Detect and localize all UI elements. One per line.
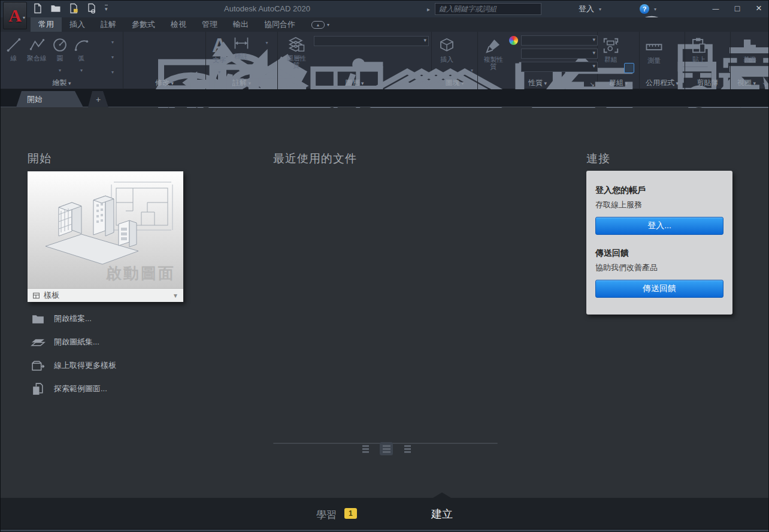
layer-make-current-icon[interactable] [375, 53, 385, 63]
close-button[interactable] [753, 3, 765, 14]
layer-unisolate-icon[interactable] [332, 66, 342, 76]
utilities-panel-label[interactable]: 公用程式 [640, 78, 685, 88]
qat-customize-dropdown-icon[interactable] [105, 5, 108, 12]
help-caret-icon[interactable] [654, 7, 656, 12]
rectangle-tool[interactable] [101, 35, 114, 46]
fillet-icon[interactable] [169, 52, 180, 62]
base-view-button[interactable]: 基準 [739, 37, 761, 64]
block-panel-label[interactable]: 圖塊 [432, 78, 477, 88]
erase-icon[interactable] [187, 38, 198, 48]
explore-sample-drawings-link[interactable]: 探索範例圖面... [31, 382, 116, 396]
layer-lock-icon[interactable] [361, 53, 371, 63]
publish-cloud-button[interactable] [311, 17, 329, 32]
plot-icon[interactable] [86, 2, 98, 14]
create-block-icon[interactable] [462, 36, 472, 46]
quick-calc-icon[interactable] [670, 63, 680, 73]
scale-icon[interactable] [152, 66, 162, 77]
linetype-combobox[interactable] [521, 62, 598, 72]
groups-panel-label[interactable]: 群組 [598, 78, 639, 88]
send-feedback-button[interactable]: 傳送回饋 [595, 280, 723, 298]
new-file-icon[interactable] [32, 2, 44, 14]
ribbon-tab-home[interactable]: 常用 [31, 17, 62, 32]
layer-on-icon[interactable] [317, 66, 328, 76]
minimize-button[interactable] [710, 3, 722, 14]
array-icon[interactable] [169, 66, 180, 77]
stretch-icon[interactable] [134, 66, 144, 77]
trim-icon[interactable] [169, 38, 180, 48]
polyline-tool[interactable]: 聚合線 [27, 37, 47, 74]
templates-dropdown[interactable]: 樣板 [28, 288, 183, 302]
table-icon[interactable] [257, 50, 267, 61]
insert-block-button[interactable]: 插入 [437, 37, 457, 64]
layer-match-icon[interactable] [375, 66, 385, 76]
copy-clip-icon[interactable] [714, 50, 724, 60]
properties-dialog-launcher-icon[interactable] [590, 81, 595, 87]
ribbon-tab-collaborate[interactable]: 協同合作 [256, 17, 303, 32]
layer-off-icon[interactable] [317, 53, 328, 63]
draw-panel-label[interactable]: 繪製 [1, 78, 123, 88]
open-file-icon[interactable] [50, 2, 62, 14]
ellipse-tool[interactable] [101, 50, 114, 61]
layer-isolate-icon[interactable] [332, 53, 342, 63]
move-icon[interactable] [134, 38, 144, 48]
create-tab[interactable]: 建立 [431, 507, 453, 521]
paste-button[interactable]: 貼上 [689, 37, 709, 64]
cut-icon[interactable] [714, 36, 724, 46]
group-edit-icon[interactable] [624, 49, 634, 59]
user-icon[interactable] [562, 4, 573, 14]
layers-panel-label[interactable]: 圖層 [278, 78, 431, 88]
new-drawing-tab-button[interactable]: + [88, 91, 108, 107]
rotate-icon[interactable] [152, 38, 162, 48]
explode-icon[interactable] [187, 52, 198, 62]
sign-in-button[interactable]: 登入... [595, 217, 723, 235]
sign-in-caret-icon[interactable] [599, 7, 601, 12]
circle-tool[interactable]: 圓 [52, 37, 68, 74]
layer-thaw-icon[interactable] [346, 66, 356, 76]
view-dialog-launcher-icon[interactable] [762, 81, 767, 87]
properties-panel-label[interactable]: 性質 [478, 78, 597, 88]
start-drawing-card[interactable]: 啟動圖面 樣板 [28, 171, 183, 302]
open-sheet-set-link[interactable]: 開啟圖紙集... [31, 335, 116, 349]
layer-unlock-icon[interactable] [361, 66, 371, 76]
measure-button[interactable]: 測量 [643, 38, 665, 65]
group-button[interactable]: 群組 [600, 37, 622, 63]
arc-tool[interactable]: 弧 [73, 37, 90, 74]
dimension-tool[interactable]: 標註 [233, 35, 250, 76]
text-tool[interactable]: A文字 [212, 35, 227, 76]
ribbon-tab-insert[interactable]: 插入 [62, 17, 93, 32]
application-menu-button[interactable]: A [3, 2, 27, 29]
layer-properties-button[interactable]: 圖層性質 [284, 35, 309, 69]
line-tool[interactable]: 線 [5, 37, 22, 74]
view-panel-label[interactable]: 視圖 [731, 78, 762, 88]
get-more-templates-link[interactable]: 線上取得更多樣板 [31, 358, 116, 373]
mirror-icon[interactable] [152, 52, 162, 62]
layer-select-combobox[interactable] [314, 36, 429, 46]
ribbon-tab-manage[interactable]: 管理 [194, 17, 225, 32]
lineweight-combobox[interactable] [521, 49, 598, 59]
open-files-link[interactable]: 開啟檔案... [31, 312, 116, 326]
help-icon[interactable]: ? [640, 4, 649, 14]
layer-freeze-icon[interactable] [346, 53, 356, 63]
annotation-panel-label[interactable]: 註解 [206, 78, 277, 88]
match-properties-button[interactable]: 複製性質 [482, 37, 505, 70]
learn-tab[interactable]: 學習 [316, 508, 337, 522]
maximize-button[interactable] [731, 3, 743, 14]
offset-icon[interactable] [187, 66, 198, 77]
copy-icon[interactable] [134, 52, 144, 62]
edit-block-icon[interactable] [462, 50, 472, 60]
ribbon-tab-annotate[interactable]: 註解 [93, 17, 124, 32]
ribbon-tab-output[interactable]: 輸出 [225, 17, 256, 32]
group-selection-toggle-icon[interactable] [624, 63, 634, 73]
app-store-cart-icon[interactable] [624, 4, 635, 14]
leader-tool[interactable] [256, 36, 268, 47]
ribbon-tab-view[interactable]: 檢視 [163, 17, 194, 32]
hatch-tool[interactable] [101, 65, 114, 76]
thumbnail-view-toggle[interactable] [359, 442, 372, 455]
help-search-input[interactable] [435, 3, 541, 15]
object-color-combobox[interactable] [521, 35, 598, 46]
block-attributes-tool[interactable] [461, 64, 473, 74]
modify-panel-label[interactable]: 修改 [123, 78, 205, 88]
file-tab-start[interactable]: 開始 [16, 91, 83, 107]
search-expand-icon[interactable] [427, 6, 430, 13]
list-view-toggle[interactable] [380, 442, 393, 455]
